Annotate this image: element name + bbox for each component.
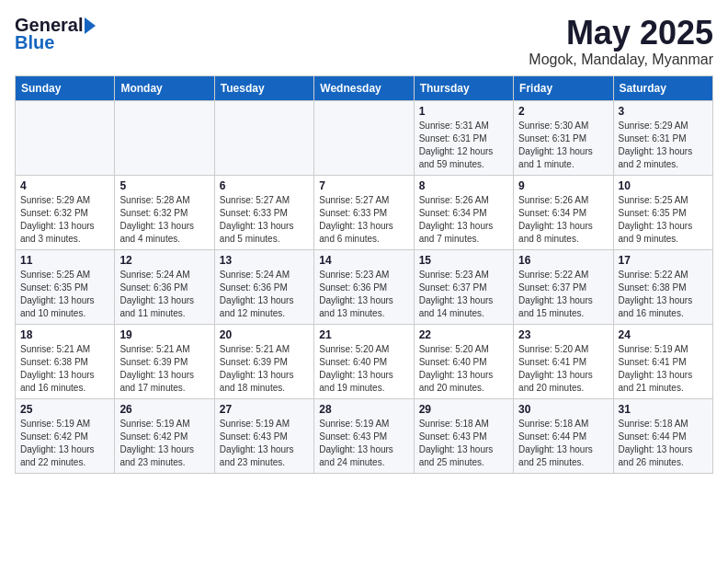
day-cell-30: 30Sunrise: 5:18 AM Sunset: 6:44 PM Dayli… <box>514 398 613 473</box>
page-header: General Blue May 2025 Mogok, Mandalay, M… <box>15 15 713 68</box>
day-cell-9: 9Sunrise: 5:26 AM Sunset: 6:34 PM Daylig… <box>514 175 613 249</box>
day-info: Sunrise: 5:30 AM Sunset: 6:31 PM Dayligh… <box>518 120 608 171</box>
day-info: Sunrise: 5:21 AM Sunset: 6:39 PM Dayligh… <box>220 343 309 395</box>
day-cell-2: 2Sunrise: 5:30 AM Sunset: 6:31 PM Daylig… <box>514 100 613 175</box>
empty-cell <box>214 100 313 175</box>
day-number: 17 <box>619 254 708 267</box>
day-info: Sunrise: 5:19 AM Sunset: 6:43 PM Dayligh… <box>220 418 309 469</box>
logo: General Blue <box>15 15 96 53</box>
day-cell-6: 6Sunrise: 5:27 AM Sunset: 6:33 PM Daylig… <box>214 175 313 249</box>
day-info: Sunrise: 5:26 AM Sunset: 6:34 PM Dayligh… <box>419 194 508 246</box>
day-cell-17: 17Sunrise: 5:22 AM Sunset: 6:38 PM Dayli… <box>613 249 712 324</box>
day-cell-4: 4Sunrise: 5:29 AM Sunset: 6:32 PM Daylig… <box>16 175 115 249</box>
day-cell-29: 29Sunrise: 5:18 AM Sunset: 6:43 PM Dayli… <box>414 398 513 473</box>
day-number: 5 <box>119 179 209 192</box>
header-day-thursday: Thursday <box>414 75 513 100</box>
day-number: 8 <box>419 179 508 192</box>
day-cell-11: 11Sunrise: 5:25 AM Sunset: 6:35 PM Dayli… <box>16 249 115 324</box>
day-info: Sunrise: 5:24 AM Sunset: 6:36 PM Dayligh… <box>119 269 209 320</box>
day-cell-21: 21Sunrise: 5:20 AM Sunset: 6:40 PM Dayli… <box>314 324 414 398</box>
day-info: Sunrise: 5:28 AM Sunset: 6:32 PM Dayligh… <box>119 194 209 246</box>
day-info: Sunrise: 5:20 AM Sunset: 6:40 PM Dayligh… <box>319 343 408 395</box>
logo-arrow-icon <box>85 17 96 34</box>
day-info: Sunrise: 5:25 AM Sunset: 6:35 PM Dayligh… <box>619 194 708 246</box>
day-cell-13: 13Sunrise: 5:24 AM Sunset: 6:36 PM Dayli… <box>214 249 313 324</box>
day-number: 1 <box>419 105 508 118</box>
day-number: 2 <box>518 105 608 118</box>
day-cell-14: 14Sunrise: 5:23 AM Sunset: 6:36 PM Dayli… <box>314 249 414 324</box>
day-cell-27: 27Sunrise: 5:19 AM Sunset: 6:43 PM Dayli… <box>214 398 313 473</box>
day-cell-12: 12Sunrise: 5:24 AM Sunset: 6:36 PM Dayli… <box>115 249 214 324</box>
day-number: 19 <box>119 328 209 341</box>
day-info: Sunrise: 5:31 AM Sunset: 6:31 PM Dayligh… <box>419 120 508 171</box>
day-number: 13 <box>220 254 309 267</box>
day-number: 26 <box>119 403 209 416</box>
day-info: Sunrise: 5:19 AM Sunset: 6:41 PM Dayligh… <box>619 343 708 395</box>
day-number: 7 <box>319 179 408 192</box>
day-info: Sunrise: 5:18 AM Sunset: 6:43 PM Dayligh… <box>419 418 508 469</box>
header-day-wednesday: Wednesday <box>314 75 414 100</box>
day-info: Sunrise: 5:20 AM Sunset: 6:40 PM Dayligh… <box>419 343 508 395</box>
day-cell-15: 15Sunrise: 5:23 AM Sunset: 6:37 PM Dayli… <box>414 249 513 324</box>
day-cell-23: 23Sunrise: 5:20 AM Sunset: 6:41 PM Dayli… <box>514 324 613 398</box>
day-number: 18 <box>20 328 109 341</box>
day-info: Sunrise: 5:23 AM Sunset: 6:37 PM Dayligh… <box>419 269 508 320</box>
day-info: Sunrise: 5:21 AM Sunset: 6:39 PM Dayligh… <box>119 343 209 395</box>
week-row-2: 4Sunrise: 5:29 AM Sunset: 6:32 PM Daylig… <box>16 175 713 249</box>
day-number: 20 <box>220 328 309 341</box>
day-info: Sunrise: 5:27 AM Sunset: 6:33 PM Dayligh… <box>319 194 408 246</box>
day-number: 29 <box>419 403 508 416</box>
day-info: Sunrise: 5:29 AM Sunset: 6:31 PM Dayligh… <box>619 120 708 171</box>
day-cell-3: 3Sunrise: 5:29 AM Sunset: 6:31 PM Daylig… <box>613 100 712 175</box>
logo-blue: Blue <box>15 32 54 53</box>
day-number: 15 <box>419 254 508 267</box>
header-day-sunday: Sunday <box>16 75 115 100</box>
day-info: Sunrise: 5:24 AM Sunset: 6:36 PM Dayligh… <box>220 269 309 320</box>
day-number: 6 <box>220 179 309 192</box>
day-cell-7: 7Sunrise: 5:27 AM Sunset: 6:33 PM Daylig… <box>314 175 414 249</box>
empty-cell <box>314 100 414 175</box>
day-number: 9 <box>518 179 608 192</box>
day-number: 11 <box>20 254 109 267</box>
week-row-1: 1Sunrise: 5:31 AM Sunset: 6:31 PM Daylig… <box>16 100 713 175</box>
day-number: 10 <box>619 179 708 192</box>
day-info: Sunrise: 5:19 AM Sunset: 6:42 PM Dayligh… <box>20 418 109 469</box>
day-cell-25: 25Sunrise: 5:19 AM Sunset: 6:42 PM Dayli… <box>16 398 115 473</box>
title-block: May 2025 Mogok, Mandalay, Myanmar <box>529 15 713 68</box>
day-number: 12 <box>119 254 209 267</box>
day-number: 3 <box>619 105 708 118</box>
day-info: Sunrise: 5:26 AM Sunset: 6:34 PM Dayligh… <box>518 194 608 246</box>
day-number: 24 <box>619 328 708 341</box>
day-number: 25 <box>20 403 109 416</box>
calendar-body: 1Sunrise: 5:31 AM Sunset: 6:31 PM Daylig… <box>16 100 713 473</box>
day-info: Sunrise: 5:20 AM Sunset: 6:41 PM Dayligh… <box>518 343 608 395</box>
week-row-4: 18Sunrise: 5:21 AM Sunset: 6:38 PM Dayli… <box>16 324 713 398</box>
day-cell-31: 31Sunrise: 5:18 AM Sunset: 6:44 PM Dayli… <box>613 398 712 473</box>
day-info: Sunrise: 5:19 AM Sunset: 6:42 PM Dayligh… <box>119 418 209 469</box>
day-info: Sunrise: 5:22 AM Sunset: 6:37 PM Dayligh… <box>518 269 608 320</box>
day-info: Sunrise: 5:21 AM Sunset: 6:38 PM Dayligh… <box>20 343 109 395</box>
week-row-3: 11Sunrise: 5:25 AM Sunset: 6:35 PM Dayli… <box>16 249 713 324</box>
day-info: Sunrise: 5:23 AM Sunset: 6:36 PM Dayligh… <box>319 269 408 320</box>
day-info: Sunrise: 5:25 AM Sunset: 6:35 PM Dayligh… <box>20 269 109 320</box>
day-number: 21 <box>319 328 408 341</box>
calendar-header: SundayMondayTuesdayWednesdayThursdayFrid… <box>16 75 713 100</box>
day-info: Sunrise: 5:19 AM Sunset: 6:43 PM Dayligh… <box>319 418 408 469</box>
week-row-5: 25Sunrise: 5:19 AM Sunset: 6:42 PM Dayli… <box>16 398 713 473</box>
day-info: Sunrise: 5:27 AM Sunset: 6:33 PM Dayligh… <box>220 194 309 246</box>
day-number: 28 <box>319 403 408 416</box>
day-info: Sunrise: 5:18 AM Sunset: 6:44 PM Dayligh… <box>518 418 608 469</box>
day-cell-20: 20Sunrise: 5:21 AM Sunset: 6:39 PM Dayli… <box>214 324 313 398</box>
day-info: Sunrise: 5:29 AM Sunset: 6:32 PM Dayligh… <box>20 194 109 246</box>
day-info: Sunrise: 5:22 AM Sunset: 6:38 PM Dayligh… <box>619 269 708 320</box>
location-subtitle: Mogok, Mandalay, Myanmar <box>529 52 713 68</box>
day-number: 27 <box>220 403 309 416</box>
day-cell-5: 5Sunrise: 5:28 AM Sunset: 6:32 PM Daylig… <box>115 175 214 249</box>
day-cell-18: 18Sunrise: 5:21 AM Sunset: 6:38 PM Dayli… <box>16 324 115 398</box>
day-number: 16 <box>518 254 608 267</box>
day-cell-1: 1Sunrise: 5:31 AM Sunset: 6:31 PM Daylig… <box>414 100 513 175</box>
header-day-tuesday: Tuesday <box>214 75 313 100</box>
day-cell-26: 26Sunrise: 5:19 AM Sunset: 6:42 PM Dayli… <box>115 398 214 473</box>
day-number: 22 <box>419 328 508 341</box>
day-number: 31 <box>619 403 708 416</box>
